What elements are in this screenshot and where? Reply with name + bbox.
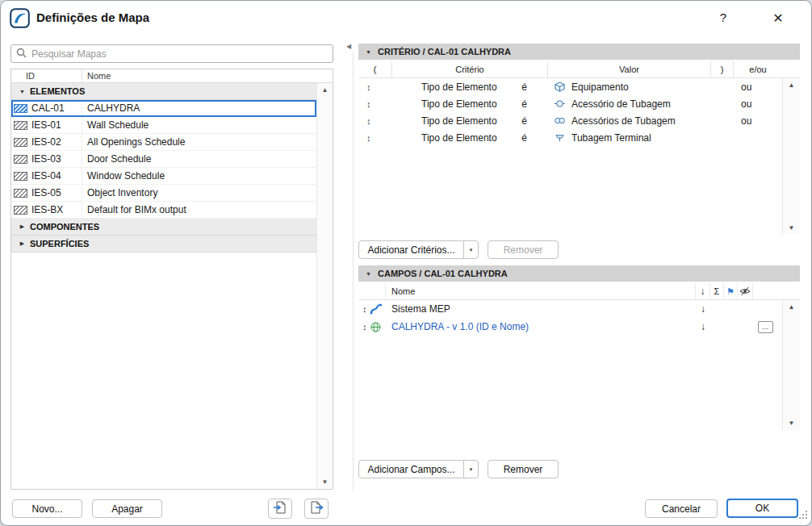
criteria-table-header: ( Critério Valor ) e/ou bbox=[358, 61, 800, 78]
move-handle-icon[interactable]: ↕ bbox=[366, 116, 371, 126]
scroll-up-icon[interactable]: ▲ bbox=[783, 81, 800, 89]
list-item-ies-02[interactable]: IES-02 All Openings Schedule bbox=[11, 134, 316, 151]
move-handle-icon[interactable]: ↕ bbox=[366, 133, 371, 143]
mep-system-icon bbox=[370, 303, 383, 315]
list-item-ies-05[interactable]: IES-05 Object Inventory bbox=[11, 185, 316, 202]
list-scrollbar[interactable]: ▲ ▼ bbox=[316, 83, 333, 489]
add-criteria-dropdown-icon[interactable]: ▼ bbox=[463, 240, 479, 259]
criterion-andor[interactable]: ou bbox=[734, 115, 782, 127]
list-content: ▼ ELEMENTOS CAL-01 CALHYDRA IES-01 Wall … bbox=[11, 83, 316, 489]
remove-fields-button[interactable]: Remover bbox=[488, 460, 559, 478]
criterion-operator[interactable]: é bbox=[521, 98, 527, 110]
fields-scrollbar[interactable]: ▲ ▼ bbox=[782, 300, 800, 430]
ok-button[interactable]: OK bbox=[726, 499, 798, 518]
column-header-id[interactable]: ID bbox=[11, 69, 82, 82]
criteria-row[interactable]: ↕ Tipo de Elemento é Equipamento ou bbox=[358, 78, 800, 95]
hidden-column-icon[interactable] bbox=[738, 283, 753, 299]
criterion-operator[interactable]: é bbox=[521, 115, 527, 127]
criterion-name[interactable]: Tipo de Elemento bbox=[421, 81, 497, 93]
list-item-ies-bx[interactable]: IES-BX Default for BIMx output bbox=[11, 202, 316, 219]
item-id-cell: IES-01 bbox=[11, 117, 82, 133]
field-sort-icon[interactable]: ↓ bbox=[696, 321, 710, 332]
criterion-operator[interactable]: é bbox=[521, 81, 527, 93]
list-item-cal-01[interactable]: CAL-01 CALHYDRA bbox=[11, 100, 316, 117]
criteria-row[interactable]: ↕ Tipo de Elemento é Acessórios de Tubag… bbox=[358, 112, 800, 129]
field-name: Sistema MEP bbox=[386, 303, 696, 315]
pipe-fittings-icon bbox=[554, 115, 567, 127]
criteria-scrollbar[interactable]: ▲ ▼ bbox=[782, 78, 800, 235]
item-id: IES-02 bbox=[31, 136, 61, 148]
criterion-value[interactable]: Tubagem Terminal bbox=[571, 132, 651, 144]
scroll-down-icon[interactable]: ▼ bbox=[317, 478, 333, 486]
field-name-link[interactable]: CALHYDRA - v 1.0 (ID e Nome) bbox=[386, 321, 696, 332]
scroll-down-icon[interactable]: ▼ bbox=[783, 224, 800, 232]
cancel-button[interactable]: Cancelar bbox=[645, 499, 718, 518]
criterion-andor[interactable]: ou bbox=[734, 81, 782, 93]
field-options-button[interactable]: … bbox=[758, 321, 773, 333]
group-superficies[interactable]: ▶ SUPERFÍCIES bbox=[11, 236, 316, 253]
flag-column-icon[interactable]: ⚑ bbox=[724, 283, 738, 299]
sum-column-icon[interactable]: Σ bbox=[710, 283, 724, 299]
criterion-andor[interactable]: ou bbox=[734, 98, 782, 110]
delete-button[interactable]: Apagar bbox=[92, 499, 162, 518]
item-id-cell: IES-04 bbox=[11, 168, 82, 184]
group-elementos[interactable]: ▼ ELEMENTOS bbox=[11, 83, 316, 100]
new-button[interactable]: Novo... bbox=[12, 499, 82, 518]
item-name: All Openings Schedule bbox=[82, 134, 316, 150]
criteria-section-header[interactable]: ▼ CRITÉRIO / CAL-01 CALHYDRA bbox=[358, 44, 800, 60]
close-button[interactable]: ✕ bbox=[764, 6, 792, 29]
remove-criteria-button[interactable]: Remover bbox=[488, 240, 559, 259]
hatch-swatch-icon bbox=[14, 206, 27, 215]
item-id: CAL-01 bbox=[31, 102, 65, 114]
list-item-ies-04[interactable]: IES-04 Window Schedule bbox=[11, 168, 316, 185]
move-handle-icon[interactable]: ↕ bbox=[362, 304, 367, 314]
fields-section-title: CAMPOS / CAL-01 CALHYDRA bbox=[378, 269, 508, 278]
criterion-name[interactable]: Tipo de Elemento bbox=[421, 98, 497, 110]
export-settings-button[interactable] bbox=[304, 499, 329, 519]
item-id: IES-03 bbox=[31, 153, 61, 165]
resize-grip[interactable] bbox=[798, 510, 807, 521]
criterion-value[interactable]: Equipamento bbox=[571, 81, 629, 93]
panel-splitter[interactable] bbox=[353, 51, 354, 491]
add-fields-dropdown-icon[interactable]: ▼ bbox=[463, 460, 479, 478]
field-row[interactable]: ↕ CALHYDRA - v 1.0 (ID e Nome) ↓ … bbox=[358, 318, 800, 336]
criterion-value[interactable]: Acessórios de Tubagem bbox=[571, 115, 676, 127]
criteria-row[interactable]: ↕ Tipo de Elemento é Tubagem Terminal bbox=[358, 129, 800, 146]
add-criteria-button[interactable]: Adicionar Critérios... bbox=[358, 240, 464, 259]
list-item-ies-03[interactable]: IES-03 Door Schedule bbox=[11, 151, 316, 168]
criterion-operator[interactable]: é bbox=[521, 132, 527, 144]
criterion-name[interactable]: Tipo de Elemento bbox=[421, 132, 497, 144]
criteria-section-title: CRITÉRIO / CAL-01 CALHYDRA bbox=[378, 47, 511, 56]
column-criterion: Critério bbox=[392, 61, 548, 77]
import-settings-button[interactable] bbox=[268, 499, 292, 519]
item-id: IES-01 bbox=[31, 119, 61, 131]
scroll-down-icon[interactable]: ▼ bbox=[783, 420, 800, 427]
property-globe-icon bbox=[370, 321, 383, 333]
panel-collapse-icon[interactable]: ◀ bbox=[346, 43, 351, 50]
criterion-value[interactable]: Acessório de Tubagem bbox=[571, 98, 671, 110]
field-row[interactable]: ↕ Sistema MEP ↓ bbox=[358, 300, 800, 318]
help-button[interactable]: ? bbox=[714, 10, 732, 24]
list-item-ies-01[interactable]: IES-01 Wall Schedule bbox=[11, 117, 316, 134]
hatch-swatch-icon bbox=[14, 138, 27, 147]
item-name: Window Schedule bbox=[82, 168, 316, 184]
item-id-cell: IES-03 bbox=[11, 151, 82, 167]
scroll-up-icon[interactable]: ▲ bbox=[317, 86, 333, 94]
criterion-name[interactable]: Tipo de Elemento bbox=[421, 115, 497, 127]
move-handle-icon[interactable]: ↕ bbox=[362, 322, 367, 332]
search-input[interactable] bbox=[31, 48, 328, 60]
column-andor: e/ou bbox=[734, 61, 782, 77]
fields-section-header[interactable]: ▼ CAMPOS / CAL-01 CALHYDRA bbox=[358, 265, 800, 282]
criteria-row[interactable]: ↕ Tipo de Elemento é Acessório de Tubage… bbox=[358, 95, 800, 112]
sort-column-icon[interactable]: ↓ bbox=[696, 283, 710, 299]
move-handle-icon[interactable]: ↕ bbox=[366, 99, 371, 109]
item-id-cell: IES-02 bbox=[11, 134, 82, 150]
group-componentes[interactable]: ▶ COMPONENTES bbox=[11, 219, 316, 236]
scroll-up-icon[interactable]: ▲ bbox=[783, 303, 800, 311]
chevron-down-icon: ▼ bbox=[365, 49, 372, 55]
column-field-name: Nome bbox=[386, 283, 696, 299]
add-fields-button[interactable]: Adicionar Campos... bbox=[358, 460, 464, 478]
move-handle-icon[interactable]: ↕ bbox=[366, 82, 371, 92]
column-header-name[interactable]: Nome bbox=[82, 71, 333, 81]
field-sort-icon[interactable]: ↓ bbox=[696, 303, 710, 315]
